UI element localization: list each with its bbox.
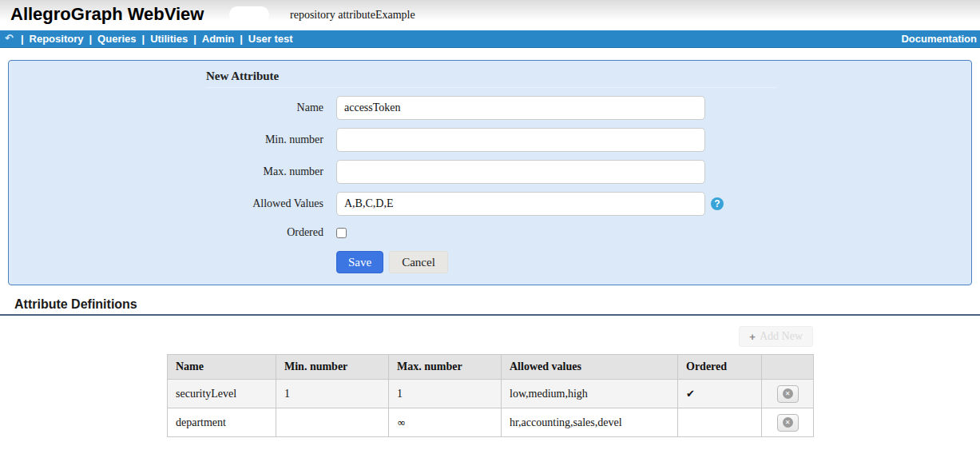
name-label: Name [9,102,323,114]
name-input[interactable] [336,96,705,120]
cell-actions: ✕ [762,408,814,437]
allowed-values-input[interactable] [336,192,705,216]
cell-min-number: 1 [276,380,389,408]
plus-icon: + [749,331,756,343]
form-title: New Attribute [206,70,971,83]
attribute-definitions-table: Name Min. number Max. number Allowed val… [167,354,814,437]
form-row-min-number: Min. number [9,128,971,152]
column-header-allowed-values: Allowed values [502,355,678,380]
section-title: Attribute Definitions [14,297,980,312]
help-icon[interactable]: ? [711,197,724,210]
definitions-area: + Add New Name Min. number Max. number A… [167,326,813,437]
allowed-values-label: Allowed Values [9,197,323,210]
cell-name: department [168,408,276,437]
form-row-allowed-values: Allowed Values ? [9,192,971,216]
add-new-label: Add New [760,330,803,343]
delete-icon: ✕ [783,417,793,428]
app-title: AllegroGraph WebView [10,4,204,25]
nav-item-user-test[interactable]: User test [248,33,293,45]
cell-ordered-check [678,408,762,437]
min-number-input[interactable] [336,128,705,152]
new-attribute-panel: New Attribute Name Min. number Max. numb… [8,60,972,285]
save-button[interactable]: Save [336,251,383,273]
delete-icon: ✕ [783,388,793,399]
nav-item-queries[interactable]: Queries [97,33,136,45]
delete-attribute-button[interactable]: ✕ [777,414,799,432]
nav-separator: | [21,33,24,45]
redacted-area [229,6,269,22]
ordered-label: Ordered [9,226,323,239]
column-header-actions [762,355,814,380]
delete-attribute-button[interactable]: ✕ [777,385,799,403]
column-header-name: Name [168,355,276,380]
max-number-label: Max. number [9,165,323,178]
nav-item-repository[interactable]: Repository [30,33,84,45]
min-number-label: Min. number [9,133,323,146]
column-header-ordered: Ordered [678,355,762,380]
section-divider [0,314,980,316]
form-row-ordered: Ordered [9,226,971,239]
nav-separator: | [142,33,145,45]
cell-min-number [276,408,389,437]
repository-label: repository attributeExample [290,9,415,22]
table-row: securityLevel 1 1 low,medium,high ✔ ✕ [168,380,814,408]
cell-max-number: 1 [389,380,502,408]
cell-allowed-values: hr,accounting,sales,devel [502,408,678,437]
nav-item-admin[interactable]: Admin [202,33,234,45]
form-buttons-row: Save Cancel [9,251,971,273]
cell-name: securityLevel [168,380,276,408]
max-number-input[interactable] [336,160,705,184]
nav-item-documentation[interactable]: Documentation [901,33,977,45]
nav-separator: | [89,33,92,45]
nav-separator: | [193,33,196,45]
nav-item-utilities[interactable]: Utilities [150,33,188,45]
nav-left-group: ↶ | Repository | Queries | Utilities | A… [3,32,293,46]
ordered-checkbox[interactable] [336,228,347,238]
cancel-button[interactable]: Cancel [389,251,448,273]
cell-max-number: ∞ [389,408,502,437]
nav-separator: | [240,33,243,45]
table-header-row: Name Min. number Max. number Allowed val… [168,355,814,380]
cell-ordered-check: ✔ [678,380,762,408]
back-icon[interactable]: ↶ [5,32,14,44]
form-title-divider [206,87,777,88]
form-row-name: Name [9,96,971,120]
add-new-button[interactable]: + Add New [739,326,813,347]
table-row: department ∞ hr,accounting,sales,devel ✕ [168,408,814,437]
column-header-max-number: Max. number [389,355,502,380]
app-header: AllegroGraph WebView repository attribut… [0,0,980,30]
form-row-max-number: Max. number [9,160,971,184]
cell-actions: ✕ [762,380,814,408]
column-header-min-number: Min. number [276,355,389,380]
cell-allowed-values: low,medium,high [502,380,678,408]
main-nav: ↶ | Repository | Queries | Utilities | A… [0,30,980,48]
